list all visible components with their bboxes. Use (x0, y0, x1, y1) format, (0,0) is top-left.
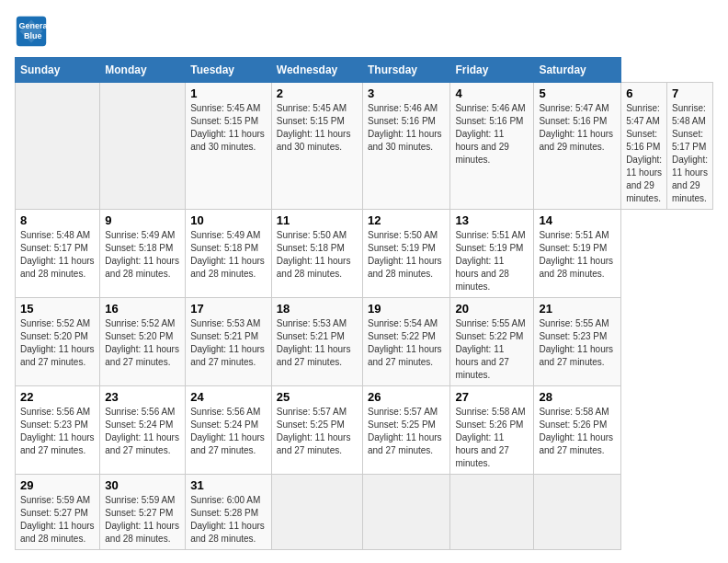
calendar-day-cell: 22Sunrise: 5:56 AMSunset: 5:23 PMDayligh… (16, 386, 100, 475)
calendar-day-cell: 23Sunrise: 5:56 AMSunset: 5:24 PMDayligh… (100, 386, 186, 475)
calendar-day-cell: 26Sunrise: 5:57 AMSunset: 5:25 PMDayligh… (362, 386, 449, 475)
day-info: Sunrise: 5:45 AMSunset: 5:15 PMDaylight:… (190, 102, 267, 154)
logo: General Blue (15, 15, 53, 48)
calendar-day-cell (100, 83, 186, 210)
calendar-header-cell: Thursday (362, 58, 449, 83)
day-info: Sunrise: 5:57 AMSunset: 5:25 PMDaylight:… (277, 406, 358, 457)
day-info: Sunrise: 5:57 AMSunset: 5:25 PMDaylight:… (368, 406, 445, 457)
day-info: Sunrise: 5:47 AMSunset: 5:16 PMDaylight:… (539, 102, 616, 154)
day-number: 20 (455, 302, 529, 316)
calendar-week-row: 15Sunrise: 5:52 AMSunset: 5:20 PMDayligh… (16, 298, 713, 386)
calendar-header-row: SundayMondayTuesdayWednesdayThursdayFrid… (16, 58, 713, 83)
day-info: Sunrise: 5:52 AMSunset: 5:20 PMDaylight:… (105, 317, 180, 369)
day-number: 17 (190, 302, 267, 316)
calendar-day-cell: 8Sunrise: 5:48 AMSunset: 5:17 PMDaylight… (16, 210, 100, 298)
calendar-day-cell (16, 83, 100, 210)
day-info: Sunrise: 5:56 AMSunset: 5:23 PMDaylight:… (20, 406, 95, 457)
day-info: Sunrise: 5:48 AMSunset: 5:17 PMDaylight:… (672, 102, 708, 205)
calendar-day-cell: 20Sunrise: 5:55 AMSunset: 5:22 PMDayligh… (450, 298, 534, 386)
day-number: 6 (626, 86, 662, 100)
day-info: Sunrise: 5:52 AMSunset: 5:20 PMDaylight:… (20, 317, 95, 369)
day-number: 30 (105, 478, 180, 492)
day-info: Sunrise: 5:54 AMSunset: 5:22 PMDaylight:… (368, 317, 445, 369)
calendar-day-cell: 13Sunrise: 5:51 AMSunset: 5:19 PMDayligh… (450, 210, 534, 298)
day-info: Sunrise: 5:47 AMSunset: 5:16 PMDaylight:… (626, 102, 662, 205)
calendar-day-cell: 1Sunrise: 5:45 AMSunset: 5:15 PMDaylight… (186, 83, 272, 210)
day-number: 24 (190, 390, 267, 404)
day-info: Sunrise: 5:56 AMSunset: 5:24 PMDaylight:… (105, 406, 180, 457)
calendar-header-cell: Saturday (534, 58, 621, 83)
calendar-day-cell: 11Sunrise: 5:50 AMSunset: 5:18 PMDayligh… (271, 210, 362, 298)
day-number: 15 (20, 302, 95, 316)
day-info: Sunrise: 5:46 AMSunset: 5:16 PMDaylight:… (368, 102, 445, 154)
day-info: Sunrise: 5:58 AMSunset: 5:26 PMDaylight:… (455, 406, 529, 470)
calendar-header-cell: Monday (100, 58, 186, 83)
day-number: 7 (672, 86, 708, 100)
day-number: 10 (190, 213, 267, 227)
calendar-day-cell: 29Sunrise: 5:59 AMSunset: 5:27 PMDayligh… (16, 475, 100, 550)
calendar-day-cell: 18Sunrise: 5:53 AMSunset: 5:21 PMDayligh… (271, 298, 362, 386)
day-number: 22 (20, 390, 95, 404)
day-number: 21 (539, 302, 616, 316)
day-number: 11 (277, 213, 358, 227)
day-info: Sunrise: 5:53 AMSunset: 5:21 PMDaylight:… (190, 317, 267, 369)
day-number: 14 (539, 213, 616, 227)
day-info: Sunrise: 5:46 AMSunset: 5:16 PMDaylight:… (455, 102, 529, 167)
calendar-day-cell: 31Sunrise: 6:00 AMSunset: 5:28 PMDayligh… (186, 475, 272, 550)
calendar-day-cell: 6Sunrise: 5:47 AMSunset: 5:16 PMDaylight… (621, 83, 667, 210)
day-number: 9 (105, 213, 180, 227)
calendar-day-cell: 19Sunrise: 5:54 AMSunset: 5:22 PMDayligh… (362, 298, 449, 386)
calendar-day-cell: 10Sunrise: 5:49 AMSunset: 5:18 PMDayligh… (186, 210, 272, 298)
calendar-body: 1Sunrise: 5:45 AMSunset: 5:15 PMDaylight… (16, 83, 713, 550)
calendar-day-cell: 16Sunrise: 5:52 AMSunset: 5:20 PMDayligh… (100, 298, 186, 386)
day-info: Sunrise: 5:59 AMSunset: 5:27 PMDaylight:… (105, 494, 180, 546)
calendar-day-cell: 3Sunrise: 5:46 AMSunset: 5:16 PMDaylight… (362, 83, 449, 210)
calendar-day-cell (271, 475, 362, 550)
logo-icon: General Blue (15, 15, 48, 48)
calendar-day-cell: 27Sunrise: 5:58 AMSunset: 5:26 PMDayligh… (450, 386, 534, 475)
day-number: 5 (539, 86, 616, 100)
calendar-day-cell: 4Sunrise: 5:46 AMSunset: 5:16 PMDaylight… (450, 83, 534, 210)
day-info: Sunrise: 5:55 AMSunset: 5:23 PMDaylight:… (539, 317, 616, 369)
day-info: Sunrise: 5:58 AMSunset: 5:26 PMDaylight:… (539, 406, 616, 457)
day-number: 12 (368, 213, 445, 227)
calendar-header-cell: Sunday (16, 58, 100, 83)
calendar-day-cell: 7Sunrise: 5:48 AMSunset: 5:17 PMDaylight… (667, 83, 713, 210)
calendar-day-cell: 17Sunrise: 5:53 AMSunset: 5:21 PMDayligh… (186, 298, 272, 386)
day-info: Sunrise: 5:45 AMSunset: 5:15 PMDaylight:… (277, 102, 358, 154)
day-number: 27 (455, 390, 529, 404)
day-number: 2 (277, 86, 358, 100)
calendar-day-cell: 14Sunrise: 5:51 AMSunset: 5:19 PMDayligh… (534, 210, 621, 298)
day-info: Sunrise: 5:50 AMSunset: 5:18 PMDaylight:… (277, 229, 358, 281)
day-number: 31 (190, 478, 267, 492)
calendar-day-cell: 25Sunrise: 5:57 AMSunset: 5:25 PMDayligh… (271, 386, 362, 475)
calendar-day-cell: 9Sunrise: 5:49 AMSunset: 5:18 PMDaylight… (100, 210, 186, 298)
day-number: 25 (277, 390, 358, 404)
calendar-header-cell: Friday (450, 58, 534, 83)
day-info: Sunrise: 5:48 AMSunset: 5:17 PMDaylight:… (20, 229, 95, 281)
day-info: Sunrise: 5:51 AMSunset: 5:19 PMDaylight:… (455, 229, 529, 293)
day-number: 13 (455, 213, 529, 227)
day-number: 29 (20, 478, 95, 492)
calendar-day-cell (534, 475, 621, 550)
calendar-day-cell: 15Sunrise: 5:52 AMSunset: 5:20 PMDayligh… (16, 298, 100, 386)
calendar-day-cell: 12Sunrise: 5:50 AMSunset: 5:19 PMDayligh… (362, 210, 449, 298)
day-number: 23 (105, 390, 180, 404)
day-number: 26 (368, 390, 445, 404)
calendar-week-row: 29Sunrise: 5:59 AMSunset: 5:27 PMDayligh… (16, 475, 713, 550)
day-number: 4 (455, 86, 529, 100)
calendar-day-cell: 21Sunrise: 5:55 AMSunset: 5:23 PMDayligh… (534, 298, 621, 386)
calendar-table: SundayMondayTuesdayWednesdayThursdayFrid… (15, 57, 713, 550)
day-info: Sunrise: 5:53 AMSunset: 5:21 PMDaylight:… (277, 317, 358, 369)
calendar-day-cell: 2Sunrise: 5:45 AMSunset: 5:15 PMDaylight… (271, 83, 362, 210)
day-number: 16 (105, 302, 180, 316)
calendar-day-cell (362, 475, 449, 550)
day-number: 28 (539, 390, 616, 404)
day-number: 3 (368, 86, 445, 100)
day-info: Sunrise: 5:49 AMSunset: 5:18 PMDaylight:… (190, 229, 267, 281)
header: General Blue (15, 15, 713, 48)
day-info: Sunrise: 5:59 AMSunset: 5:27 PMDaylight:… (20, 494, 95, 546)
calendar-day-cell: 30Sunrise: 5:59 AMSunset: 5:27 PMDayligh… (100, 475, 186, 550)
svg-text:General: General (19, 21, 49, 30)
calendar-day-cell: 24Sunrise: 5:56 AMSunset: 5:24 PMDayligh… (186, 386, 272, 475)
